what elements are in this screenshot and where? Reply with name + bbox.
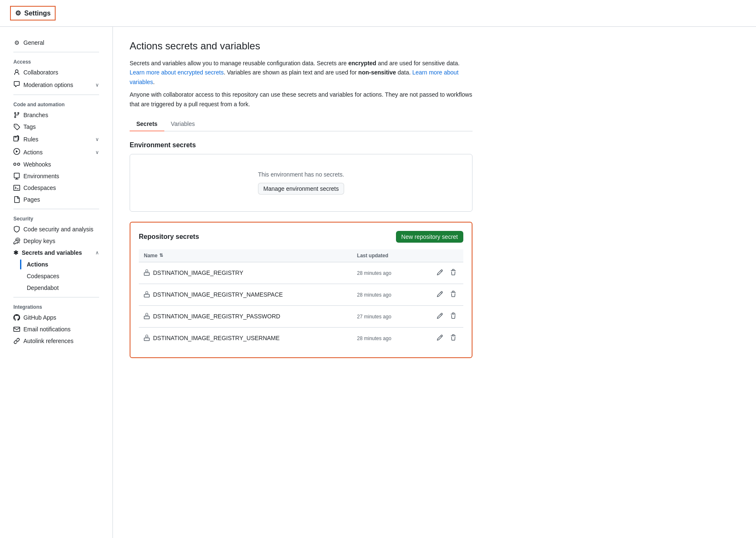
description-1: Secrets and variables allow you to manag… — [130, 59, 472, 87]
sidebar-item-collaborators[interactable]: Collaborators — [7, 67, 106, 78]
manage-env-secrets-button[interactable]: Manage environment secrets — [258, 183, 345, 195]
gear-small-icon: ⚙ — [13, 39, 20, 46]
rules-label: Rules — [23, 136, 38, 143]
tag-icon — [13, 123, 20, 130]
last-updated-cell: 28 minutes ago — [357, 292, 391, 298]
sidebar-divider-2 — [13, 95, 99, 95]
asterisk-icon: ✱ — [13, 249, 18, 256]
sidebar-item-secrets-vars[interactable]: ✱ Secrets and variables ∧ — [7, 247, 106, 259]
row-actions — [421, 289, 458, 300]
env-secrets-title: Environment secrets — [130, 141, 472, 149]
sidebar-general-label: General — [23, 39, 44, 46]
sidebar-item-secrets-dependabot[interactable]: Dependabot — [20, 282, 106, 294]
settings-header: ⚙ Settings — [10, 6, 56, 20]
col-updated-header: Last updated — [352, 249, 416, 262]
col-name-label: Name — [144, 253, 158, 259]
rules-chevron: ∨ — [95, 136, 99, 142]
secret-name-cell: DSTINATION_IMAGE_REGISTRY_PASSWORD — [144, 313, 347, 320]
rules-icon — [13, 135, 20, 143]
last-updated-cell: 28 minutes ago — [357, 270, 391, 276]
codespaces-icon — [13, 184, 20, 191]
sidebar-divider-4 — [13, 297, 99, 297]
sidebar-divider-3 — [13, 209, 99, 209]
sidebar-item-tags[interactable]: Tags — [7, 121, 106, 133]
sidebar-item-actions[interactable]: Actions ∨ — [7, 146, 106, 159]
actions-label: Actions — [23, 149, 43, 156]
secret-name-cell: DSTINATION_IMAGE_REGISTRY_USERNAME — [144, 334, 347, 342]
secrets-sub-menu: Actions Codespaces Dependabot — [7, 259, 106, 294]
table-row: DSTINATION_IMAGE_REGISTRY_PASSWORD 27 mi… — [139, 305, 463, 327]
new-repo-secret-button[interactable]: New repository secret — [396, 231, 463, 243]
sidebar-section-security: Security — [7, 213, 106, 223]
sidebar-section-access: Access — [7, 56, 106, 67]
moderation-label: Moderation options — [23, 82, 73, 88]
sidebar-item-rules[interactable]: Rules ∨ — [7, 133, 106, 146]
branches-label: Branches — [23, 112, 48, 118]
webhook-icon — [13, 161, 20, 168]
edit-secret-button[interactable] — [435, 267, 445, 279]
col-name-header: Name ⇅ — [139, 249, 352, 262]
table-row: DSTINATION_IMAGE_REGISTRY_USERNAME 28 mi… — [139, 327, 463, 349]
mail-icon — [13, 326, 20, 333]
codespaces-label: Codespaces — [23, 184, 56, 191]
sidebar-item-pages[interactable]: Pages — [7, 194, 106, 205]
delete-secret-button[interactable] — [448, 311, 458, 322]
sidebar-item-autolink[interactable]: Autolink references — [7, 335, 106, 347]
last-updated-cell: 27 minutes ago — [357, 314, 391, 320]
sidebar-item-secrets-actions[interactable]: Actions — [20, 259, 106, 270]
tabs-container: Secrets Variables — [130, 117, 472, 131]
learn-encrypted-link[interactable]: Learn more about encrypted secrets — [130, 69, 224, 76]
secrets-codespaces-label: Codespaces — [27, 273, 59, 279]
edit-secret-button[interactable] — [435, 333, 445, 344]
last-updated-cell: 28 minutes ago — [357, 336, 391, 341]
delete-secret-button[interactable] — [448, 267, 458, 279]
environments-label: Environments — [23, 173, 59, 179]
sidebar-item-moderation[interactable]: Moderation options ∨ — [7, 78, 106, 91]
sidebar-item-codespaces[interactable]: Codespaces — [7, 182, 106, 194]
sort-icon[interactable]: ⇅ — [159, 253, 163, 258]
env-secrets-section: Environment secrets This environment has… — [130, 141, 472, 212]
secrets-vars-label: Secrets and variables — [22, 249, 82, 256]
row-actions — [421, 311, 458, 322]
email-notifications-label: Email notifications — [23, 326, 71, 333]
lock-icon — [144, 291, 150, 299]
secrets-dependabot-label: Dependabot — [27, 284, 59, 291]
github-icon — [13, 314, 20, 321]
sidebar-item-code-security[interactable]: Code security and analysis — [7, 223, 106, 235]
sidebar-item-webhooks[interactable]: Webhooks — [7, 159, 106, 170]
edit-secret-button[interactable] — [435, 289, 445, 300]
tab-secrets[interactable]: Secrets — [130, 117, 164, 131]
sidebar-item-deploy-keys[interactable]: Deploy keys — [7, 235, 106, 247]
lock-icon — [144, 269, 150, 277]
sidebar-item-email-notifications[interactable]: Email notifications — [7, 323, 106, 335]
repo-secrets-section: Repository secrets New repository secret… — [130, 222, 472, 358]
lock-icon — [144, 313, 150, 320]
comment-icon — [13, 81, 20, 89]
table-row: DSTINATION_IMAGE_REGISTRY 28 minutes ago — [139, 262, 463, 284]
sidebar-item-github-apps[interactable]: GitHub Apps — [7, 312, 106, 323]
env-secrets-box: This environment has no secrets. Manage … — [130, 154, 472, 212]
sidebar-item-environments[interactable]: Environments — [7, 170, 106, 182]
bold-nonsensitive: non-sensitive — [358, 69, 396, 76]
moderation-chevron: ∨ — [95, 82, 99, 88]
delete-secret-button[interactable] — [448, 333, 458, 344]
person-icon — [13, 69, 20, 76]
code-security-label: Code security and analysis — [23, 226, 93, 233]
tab-variables[interactable]: Variables — [164, 117, 202, 131]
gear-icon: ⚙ — [15, 9, 21, 17]
sidebar-item-general[interactable]: ⚙ General — [7, 37, 106, 49]
webhooks-label: Webhooks — [23, 161, 51, 168]
page-title: Actions secrets and variables — [130, 40, 472, 52]
env-secrets-empty-msg: This environment has no secrets. — [140, 171, 462, 178]
sidebar-item-branches[interactable]: Branches — [7, 109, 106, 121]
secret-name-cell: DSTINATION_IMAGE_REGISTRY_NAMESPACE — [144, 291, 347, 299]
table-row: DSTINATION_IMAGE_REGISTRY_NAMESPACE 28 m… — [139, 284, 463, 305]
actions-chevron: ∨ — [95, 149, 99, 155]
edit-secret-button[interactable] — [435, 311, 445, 322]
sidebar-item-secrets-codespaces[interactable]: Codespaces — [20, 270, 106, 282]
collaborators-label: Collaborators — [23, 69, 58, 76]
lock-icon — [144, 334, 150, 342]
autolink-label: Autolink references — [23, 338, 74, 344]
bold-encrypted: encrypted — [348, 60, 376, 67]
delete-secret-button[interactable] — [448, 289, 458, 300]
